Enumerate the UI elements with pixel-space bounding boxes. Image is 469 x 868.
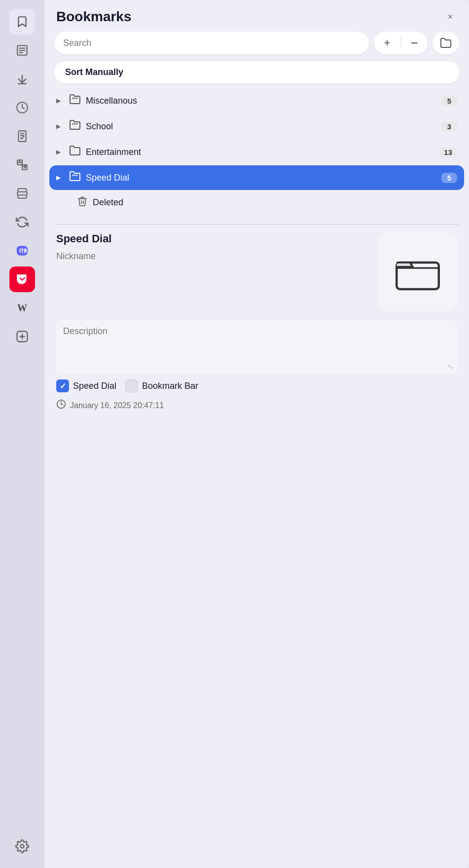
check-icon: ✓ [60, 381, 66, 391]
resize-handle-icon: ⤡ [447, 363, 453, 371]
bookmark-label: School [86, 121, 436, 132]
sidebar-icon-capture[interactable] [9, 181, 35, 206]
chevron-icon: ▶ [56, 174, 64, 181]
clock-icon [56, 399, 66, 412]
bookmark-label: Entertainment [86, 147, 434, 157]
remove-button[interactable]: − [401, 32, 428, 54]
bookmark-row-entertainment[interactable]: ▶ Entertainment 13 [49, 140, 464, 164]
bookmark-label: Deleted [93, 197, 457, 208]
bookmark-label: Speed Dial [86, 173, 436, 183]
speed-dial-checkbox-label: Speed Dial [73, 381, 116, 391]
main-panel: Bookmarks × + − Sort Manually ▶ Miscella… [44, 0, 469, 868]
checkbox-row: ✓ Speed Dial Bookmark Bar [56, 379, 457, 392]
timestamp-row: January 16, 2025 20:47:11 [56, 399, 457, 412]
timestamp: January 16, 2025 20:47:11 [70, 401, 164, 410]
header: Bookmarks × [44, 0, 469, 29]
divider [54, 224, 459, 225]
description-input[interactable] [63, 326, 450, 366]
bookmark-label: Miscellanous [86, 96, 436, 106]
bookmark-row-miscellanous[interactable]: ▶ Miscellanous 5 [49, 88, 464, 113]
folder-grid-icon [69, 170, 81, 185]
speed-dial-checkbox[interactable]: ✓ [56, 379, 69, 392]
sort-bar[interactable]: Sort Manually [54, 61, 459, 83]
sidebar-icon-translate[interactable] [9, 152, 35, 178]
bookmark-row-deleted[interactable]: Deleted [49, 191, 464, 214]
sidebar-icon-sync[interactable] [9, 209, 35, 235]
sidebar-icon-downloads[interactable] [9, 66, 35, 92]
folder-grid-icon [69, 119, 81, 134]
bookmark-count: 13 [439, 147, 457, 157]
chevron-icon: ▶ [56, 123, 64, 130]
nickname-input[interactable] [56, 251, 368, 262]
folder-preview [378, 232, 457, 311]
trash-icon [77, 196, 88, 209]
sidebar-icon-bookmarks[interactable] [9, 9, 35, 35]
search-input-wrap [54, 32, 369, 54]
toolbar: + − [44, 29, 469, 59]
sidebar-icon-notes[interactable] [9, 38, 35, 63]
bookmark-row-school[interactable]: ▶ School 3 [49, 114, 464, 139]
sidebar-icon-wikipedia[interactable]: W [9, 295, 35, 321]
svg-point-15 [21, 845, 24, 848]
chevron-icon: ▶ [56, 149, 64, 155]
folder-icon [69, 145, 81, 159]
page-title: Bookmarks [56, 9, 132, 25]
detail-left: Speed Dial [56, 232, 368, 262]
sidebar-icon-add-extension[interactable] [9, 324, 35, 349]
folder-button[interactable] [433, 32, 459, 54]
detail-top: Speed Dial [56, 232, 457, 311]
bookmark-count: 3 [441, 121, 457, 132]
bookmark-list: ▶ Miscellanous 5 ▶ School 3 ▶ Entertainm… [44, 86, 469, 216]
search-input[interactable] [63, 38, 360, 48]
chevron-icon: ▶ [56, 97, 64, 104]
bookmark-bar-checkbox-label: Bookmark Bar [142, 381, 198, 391]
bookmark-row-speed-dial[interactable]: ▶ Speed Dial 5 [49, 165, 464, 190]
add-remove-btn-group: + − [374, 32, 428, 54]
sidebar-icon-pocket[interactable] [9, 266, 35, 292]
speed-dial-checkbox-item: ✓ Speed Dial [56, 379, 116, 392]
sidebar-icon-mastodon[interactable] [9, 238, 35, 264]
detail-panel: Speed Dial ⤡ ✓ Speed Dial [44, 232, 469, 412]
bookmark-bar-checkbox-item: Bookmark Bar [125, 379, 198, 392]
bookmark-bar-checkbox[interactable] [125, 379, 138, 392]
add-button[interactable]: + [374, 32, 400, 54]
bookmark-count: 5 [441, 173, 457, 183]
sidebar-icon-tasks[interactable] [9, 123, 35, 149]
sidebar-icon-history[interactable] [9, 95, 35, 120]
sidebar: W [0, 0, 44, 868]
description-box: ⤡ [56, 320, 457, 374]
sidebar-icon-settings[interactable] [9, 833, 35, 859]
close-button[interactable]: × [443, 10, 457, 24]
folder-grid-icon [69, 93, 81, 108]
svg-rect-11 [17, 192, 27, 195]
bookmark-count: 5 [441, 96, 457, 106]
detail-title: Speed Dial [56, 232, 368, 245]
